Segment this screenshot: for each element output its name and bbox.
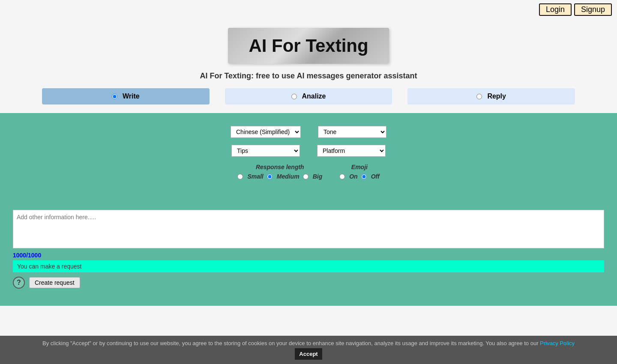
help-icon[interactable]: ?: [13, 277, 25, 289]
response-length-group: Response length Small Medium Big: [237, 164, 322, 180]
big-radio[interactable]: [303, 174, 308, 179]
footer-text: By clicking "Accept" or by continuing to…: [42, 340, 540, 346]
subtitle: AI For Texting: free to use AI messages …: [200, 72, 417, 81]
emoji-group: Emoji On Off: [339, 164, 379, 180]
tone-select[interactable]: Tone Formal Casual Friendly Professional: [318, 126, 386, 138]
tab-reply-label: Reply: [487, 92, 506, 100]
options-line-2: Tips Tip 1 Tip 2 Tip 3 Platform WhatsApp…: [231, 145, 386, 157]
platform-select[interactable]: Platform WhatsApp SMS Email Telegram: [317, 145, 386, 157]
options-line-1: Chinese (Simplified) English Spanish Fre…: [231, 126, 386, 138]
tab-write-label: Write: [123, 92, 140, 100]
emoji-options: On Off: [339, 173, 379, 180]
signup-button[interactable]: Signup: [574, 3, 612, 16]
emoji-on-radio[interactable]: [339, 174, 345, 179]
small-radio[interactable]: [237, 174, 243, 179]
tab-reply-radio[interactable]: [476, 94, 482, 99]
spacer: [9, 184, 608, 210]
app-title: AI For Texting: [249, 36, 368, 56]
options-row: Chinese (Simplified) English Spanish Fre…: [9, 122, 608, 184]
emoji-label: Emoji: [351, 164, 368, 170]
logo-container: AI For Texting: [228, 28, 389, 64]
tab-write[interactable]: Write: [42, 88, 210, 104]
privacy-policy-link[interactable]: Privacy Policy: [540, 340, 575, 346]
tab-analize-radio[interactable]: [291, 94, 297, 99]
emoji-off-radio[interactable]: [361, 174, 367, 179]
mode-tabs: Write Analize Reply: [34, 88, 583, 104]
medium-label: Medium: [277, 173, 300, 180]
create-request-button[interactable]: Create request: [29, 277, 80, 288]
tab-analize-label: Analize: [302, 92, 326, 100]
main-content: Chinese (Simplified) English Spanish Fre…: [0, 113, 617, 306]
language-select[interactable]: Chinese (Simplified) English Spanish Fre…: [231, 126, 301, 138]
login-button[interactable]: Login: [539, 3, 572, 16]
request-banner: You can make a request: [13, 260, 604, 272]
accept-button[interactable]: Accept: [295, 348, 322, 360]
textarea-section: 1000/1000 You can make a request ? Creat…: [9, 210, 608, 289]
tab-reply[interactable]: Reply: [407, 88, 575, 104]
char-count: 1000/1000: [13, 252, 604, 259]
response-length-label: Response length: [256, 164, 304, 170]
footer: By clicking "Accept" or by continuing to…: [0, 336, 617, 364]
emoji-on-label: On: [349, 173, 357, 180]
small-label: Small: [247, 173, 263, 180]
emoji-off-label: Off: [371, 173, 380, 180]
bottom-actions: ? Create request: [13, 277, 604, 289]
main-textarea[interactable]: [13, 210, 604, 248]
header: Login Signup: [0, 0, 617, 19]
tab-analize[interactable]: Analize: [225, 88, 392, 104]
options-line-3: Response length Small Medium Big Emoji O…: [237, 164, 379, 180]
big-label: Big: [313, 173, 323, 180]
response-length-options: Small Medium Big: [237, 173, 322, 180]
hero-section: AI For Texting AI For Texting: free to u…: [0, 19, 617, 109]
tips-select[interactable]: Tips Tip 1 Tip 2 Tip 3: [231, 145, 300, 157]
tab-write-radio[interactable]: [112, 94, 117, 99]
medium-radio[interactable]: [267, 174, 273, 179]
